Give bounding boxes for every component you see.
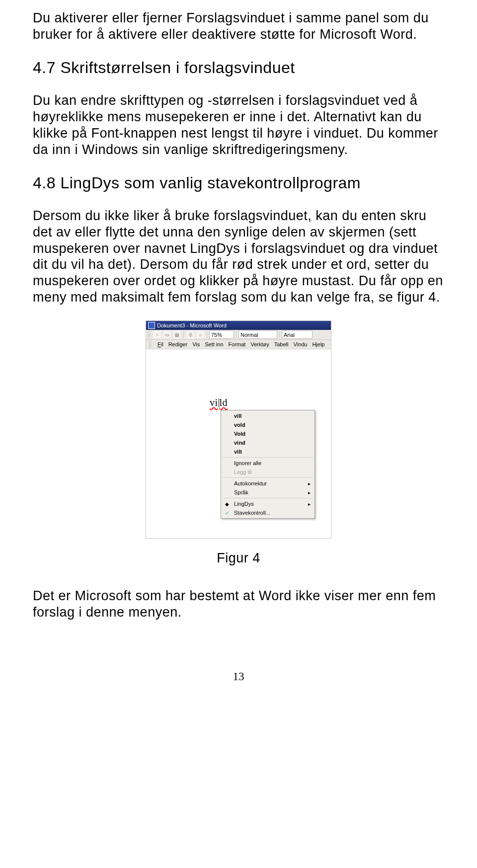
menu-tabell[interactable]: Tabell <box>274 341 289 347</box>
suggestion-4[interactable]: vind <box>221 438 315 447</box>
font-value: Arial <box>284 332 295 338</box>
style-field[interactable]: Normal <box>238 330 277 339</box>
toolbar-separator <box>183 331 184 338</box>
spellcheck-label: Stavekontroll... <box>234 510 270 516</box>
menu-format[interactable]: Format <box>229 341 246 347</box>
open-button[interactable]: ▭ <box>162 330 171 339</box>
intro-paragraph: Du aktiverer eller fjerner Forslagsvindu… <box>33 10 444 43</box>
toolbar-separator <box>236 331 237 338</box>
heading-4-7: 4.7 Skriftstørrelsen i forslagsvinduet <box>33 58 444 78</box>
typed-pre: vi <box>210 397 218 408</box>
new-doc-button[interactable]: ▫ <box>153 330 161 339</box>
figure-4-wrapper: Dokument3 - Microsoft Word ▫ ▭ ▤ ⎙ ⌕ 75%… <box>33 320 444 539</box>
menubar-handle-icon <box>149 341 151 348</box>
outro-paragraph: Det er Microsoft som har bestemt at Word… <box>33 588 444 621</box>
window-title-text: Dokument3 - Microsoft Word <box>157 321 227 330</box>
lingdys-label: LingDys <box>234 501 254 507</box>
page-number: 13 <box>33 670 444 683</box>
style-value: Normal <box>240 332 258 338</box>
toolbar-row-1: ▫ ▭ ▤ ⎙ ⌕ 75% Normal Arial <box>146 330 331 340</box>
spellcheck-abc-icon: ✓ <box>224 509 231 516</box>
figure-caption: Figur 4 <box>33 551 444 566</box>
menu-fil[interactable]: FFilil <box>158 341 163 347</box>
print-button[interactable]: ⎙ <box>186 330 195 339</box>
menu-separator <box>223 498 313 498</box>
menu-bar: FFilil Rediger Vis Sett inn Format Verkt… <box>146 340 331 349</box>
language-item[interactable]: Språk <box>221 488 315 497</box>
suggestion-2[interactable]: vold <box>221 420 315 429</box>
ms-word-window: Dokument3 - Microsoft Word ▫ ▭ ▤ ⎙ ⌕ 75%… <box>146 320 331 539</box>
typed-word: vild <box>210 397 228 408</box>
document-area[interactable]: vild vill vold Vold vind vilt Ignorer al… <box>146 349 331 538</box>
menu-vis[interactable]: Vis <box>192 341 200 347</box>
preview-button[interactable]: ⌕ <box>196 330 205 339</box>
menu-separator <box>223 457 313 458</box>
suggestion-1[interactable]: vill <box>221 411 315 420</box>
text-caret <box>219 398 219 407</box>
word-app-icon <box>148 322 155 329</box>
section-4-8-body: Dersom du ikke liker å bruke forslagsvin… <box>33 208 444 306</box>
menu-hjelp[interactable]: Hjelp <box>312 341 324 347</box>
toolbar-handle-icon <box>148 331 150 338</box>
spellcheck-item[interactable]: ✓ Stavekontroll... <box>221 508 315 517</box>
lingdys-icon: ◆ <box>224 500 231 507</box>
suggestion-5[interactable]: vilt <box>221 447 315 456</box>
document-page: Du aktiverer eller fjerner Forslagsvindu… <box>0 0 477 703</box>
toolbar-separator <box>207 331 207 338</box>
menu-separator <box>223 477 313 478</box>
typed-post: ld <box>220 397 228 408</box>
toolbar-separator <box>279 331 280 338</box>
menu-rediger[interactable]: Rediger <box>168 341 188 347</box>
add-item[interactable]: Legg til <box>221 468 315 476</box>
spellcheck-context-menu: vill vold Vold vind vilt Ignorer alle Le… <box>221 410 315 519</box>
font-field[interactable]: Arial <box>282 330 313 339</box>
autocorrect-item[interactable]: Autokorrektur <box>221 479 315 488</box>
zoom-value: 75% <box>211 332 222 338</box>
window-titlebar: Dokument3 - Microsoft Word <box>146 321 331 330</box>
menu-vindu[interactable]: Vindu <box>293 341 307 347</box>
lingdys-item[interactable]: ◆ LingDys <box>221 499 315 508</box>
menu-settinn[interactable]: Sett inn <box>205 341 223 347</box>
save-button[interactable]: ▤ <box>172 330 181 339</box>
heading-4-8: 4.8 LingDys som vanlig stavekontrollprog… <box>33 173 444 193</box>
suggestion-3[interactable]: Vold <box>221 429 315 438</box>
ignore-all-item[interactable]: Ignorer alle <box>221 459 315 468</box>
section-4-7-body: Du kan endre skrifttypen og -størrelsen … <box>33 92 444 158</box>
menu-verktoy[interactable]: Verktøy <box>250 341 269 347</box>
zoom-field[interactable]: 75% <box>209 330 234 339</box>
